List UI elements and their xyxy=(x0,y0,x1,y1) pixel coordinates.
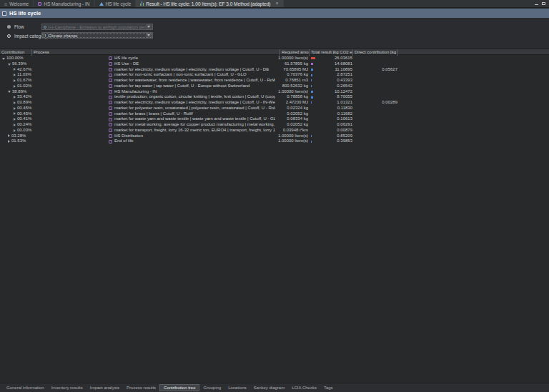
tree-row[interactable]: 01.67%market for wastewater, from reside… xyxy=(0,78,549,84)
bottom-tab-locations[interactable]: Locations xyxy=(224,385,250,391)
tab-result-hs-life-cycle-1-00-item[interactable]: Result - HS life cycle: 1.00 Item(s): EF… xyxy=(136,0,283,7)
bottom-tab-impact-analysis[interactable]: Impact analysis xyxy=(86,385,123,391)
tree-row[interactable]: 00.45%market for polyester resin, unsatu… xyxy=(0,106,549,111)
tree-row[interactable]: 42.67%market for electricity, medium vol… xyxy=(0,67,549,73)
bottom-tab-lcia-checks[interactable]: LCIA Checks xyxy=(288,385,320,391)
column-header-total-result[interactable]: Total result [kg CO2 eq] xyxy=(310,49,353,56)
impact-category-radio[interactable] xyxy=(7,34,11,38)
process-icon xyxy=(109,96,112,99)
expand-arrow-icon[interactable] xyxy=(14,68,16,71)
total-result-cell: 8.70055 xyxy=(315,94,352,100)
tree-row[interactable]: 33.42%textile production, organic cotton… xyxy=(0,94,549,100)
tree-row[interactable]: 01.02%market for tap water | tap water |… xyxy=(0,84,549,89)
process-name: market for waste yarn and waste textile … xyxy=(114,116,275,122)
tree-row[interactable]: 00.45%market for brass | brass | Cutoff,… xyxy=(0,111,549,117)
column-header-contribution[interactable]: Contribution xyxy=(0,49,32,56)
tree-row[interactable]: 56.39%HS Use - DE61.57895 kg14.68081 xyxy=(0,61,549,67)
expand-arrow-icon[interactable] xyxy=(14,74,16,76)
expand-arrow-icon[interactable] xyxy=(14,107,16,110)
process-icon xyxy=(109,106,112,110)
process-name: HS Manufacturing - IN xyxy=(114,89,157,95)
minimize-icon[interactable] xyxy=(535,4,538,5)
expand-arrow-icon[interactable] xyxy=(14,118,16,121)
total-result-cell: 0.10613 xyxy=(315,116,352,122)
column-header-direct-contribution[interactable]: Direct contribution [kg CO2 eq] xyxy=(353,49,398,56)
impact-category-combo-value: Climate change xyxy=(42,34,146,38)
process-cell: market for non-ionic surfactant | non-io… xyxy=(32,72,275,78)
flow-radio[interactable] xyxy=(7,25,11,29)
total-result-cell: 0.26542 xyxy=(315,84,352,89)
process-cell: market for electricity, medium voltage |… xyxy=(32,67,275,73)
flow-label: Flow xyxy=(14,24,24,29)
tree-row[interactable]: 11.03%market for non-ionic surfactant | … xyxy=(0,72,549,78)
tree-row[interactable]: 03.89%market for electricity, medium vol… xyxy=(0,100,549,106)
close-icon[interactable]: × xyxy=(275,1,278,6)
expand-arrow-icon[interactable] xyxy=(14,112,16,115)
tree-row[interactable]: 100.00%HS life cycle1.00000 Item(s)26.03… xyxy=(0,56,549,61)
maximize-icon[interactable] xyxy=(542,2,545,5)
contribution-percent: 01.53% xyxy=(11,139,26,144)
tree-row[interactable]: 38.89%HS Manufacturing - IN1.00000 Item(… xyxy=(0,89,549,95)
contribution-bar xyxy=(311,101,312,104)
bottom-tab-tags[interactable]: Tags xyxy=(320,385,337,391)
bottom-tab-process-results[interactable]: Process results xyxy=(123,385,159,391)
direct-contribution-cell xyxy=(357,122,397,128)
column-header-process[interactable]: Process xyxy=(32,49,280,56)
tree-row[interactable]: 00.41%market for waste yarn and waste te… xyxy=(0,116,549,122)
process-name: End of life xyxy=(114,139,134,144)
tree-row[interactable]: 01.53%End of life1.00000 Item(s)0.39853 xyxy=(0,139,549,144)
process-cell: market for polyester resin, unsaturated … xyxy=(32,106,275,111)
bottom-tab-contribution-tree[interactable]: Contribution tree xyxy=(159,384,199,391)
tab-label: Welcome xyxy=(9,1,29,6)
tab-welcome[interactable]: ⌂Welcome xyxy=(0,0,34,7)
expand-arrow-icon[interactable] xyxy=(14,101,16,104)
expand-arrow-icon[interactable] xyxy=(14,129,16,132)
product-system-icon xyxy=(99,2,104,6)
contribution-cell: 03.89% xyxy=(0,100,33,106)
expand-arrow-icon[interactable] xyxy=(8,140,10,143)
contribution-cell: 100.00% xyxy=(0,56,33,61)
contribution-cell: 38.89% xyxy=(0,89,33,95)
process-name: HS Use - DE xyxy=(114,61,139,67)
tree-row[interactable]: 03.28%HS Distribution1.00000 Item(s)0.85… xyxy=(0,134,549,139)
collapse-arrow-icon[interactable] xyxy=(2,58,5,60)
total-result-cell: 0.85209 xyxy=(315,134,352,139)
direct-contribution-cell xyxy=(357,139,397,144)
process-name: market for electricity, medium voltage |… xyxy=(114,100,275,106)
expand-arrow-icon[interactable] xyxy=(14,96,16,99)
impact-category-combo[interactable]: Climate change xyxy=(41,32,153,39)
bottom-tab-sankey-diagram[interactable]: Sankey diagram xyxy=(250,385,288,391)
column-header-required-amount[interactable]: Required amount xyxy=(280,49,310,56)
chevron-down-icon[interactable] xyxy=(146,33,152,38)
product-system-icon xyxy=(2,11,6,16)
process-name: market for electricity, medium voltage |… xyxy=(114,67,269,73)
process-icon xyxy=(109,112,112,116)
expand-arrow-icon[interactable] xyxy=(14,124,16,126)
tab-hs-life-cycle[interactable]: HS life cycle xyxy=(95,0,137,7)
process-name: market for brass | brass | Cutoff, U - R… xyxy=(114,111,193,117)
expand-arrow-icon[interactable] xyxy=(14,79,16,82)
collapse-arrow-icon[interactable] xyxy=(8,91,11,93)
impact-category-icon xyxy=(44,34,46,37)
process-icon xyxy=(38,2,41,6)
direct-contribution-cell xyxy=(357,128,397,134)
expand-arrow-icon[interactable] xyxy=(14,85,16,88)
tab-hs-manufacturing-in[interactable]: HS Manufacturing - IN xyxy=(34,0,94,7)
tree-row[interactable]: 00.24%market for metal working, average … xyxy=(0,122,549,128)
tab-label: Result - HS life cycle: 1.00 Item(s): EF… xyxy=(146,1,270,6)
contribution-cell: 11.03% xyxy=(0,72,33,78)
process-cell: market for electricity, medium voltage |… xyxy=(32,100,275,106)
process-icon xyxy=(109,101,112,104)
tree-row[interactable]: 00.03%market for transport, freight, lor… xyxy=(0,128,549,134)
bottom-tab-grouping[interactable]: Grouping xyxy=(199,385,224,391)
page-title: HS life cycle xyxy=(9,10,41,16)
total-result-cell: 2.87251 xyxy=(315,72,352,78)
expand-arrow-icon[interactable] xyxy=(8,134,10,137)
contribution-cell: 00.45% xyxy=(0,106,33,111)
contribution-bar xyxy=(311,85,312,87)
required-amount-cell: 0.70376 kg xyxy=(275,72,308,78)
collapse-arrow-icon[interactable] xyxy=(8,64,11,66)
bottom-tab-inventory-results[interactable]: Inventory results xyxy=(48,385,86,391)
bottom-tab-general-information[interactable]: General information xyxy=(3,385,48,391)
contribution-bar xyxy=(311,96,313,99)
